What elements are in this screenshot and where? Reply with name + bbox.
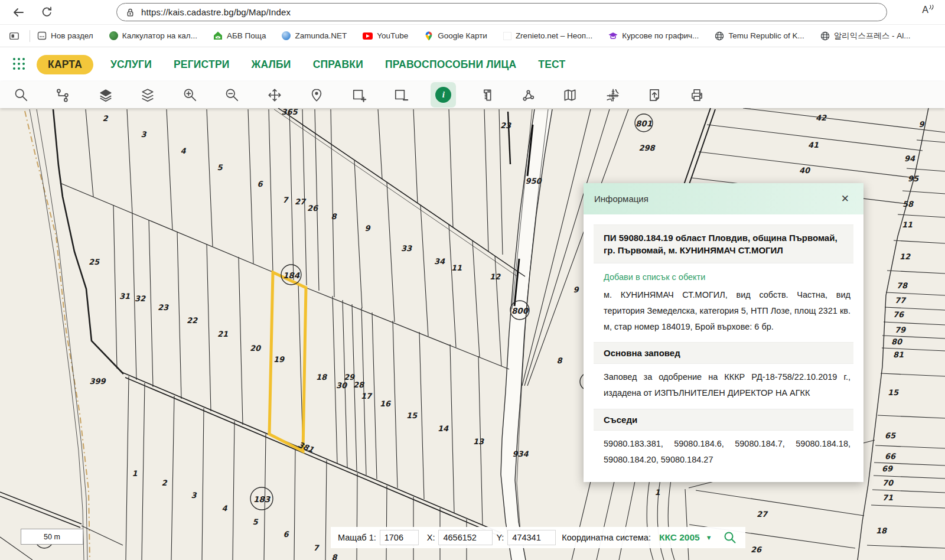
measure-distance-tool[interactable]: [465, 82, 507, 108]
zamunda-icon: [282, 31, 291, 40]
layers-base-tool[interactable]: [84, 82, 127, 108]
add-extent-tool[interactable]: [338, 82, 380, 108]
bookmark-google-maps[interactable]: Google Карти: [424, 31, 487, 41]
locate-tool[interactable]: [296, 82, 338, 108]
bookmark-new-tab[interactable]: Нов раздел: [37, 31, 93, 40]
nav-item-pravosposobni-litsa[interactable]: ПРАВОСПОСОБНИ ЛИЦА: [385, 58, 516, 71]
apple-icon: [109, 31, 118, 40]
chevron-down-icon[interactable]: ▼: [706, 534, 712, 541]
coordinate-search-icon[interactable]: [723, 530, 737, 545]
crs-label: Координатна система:: [562, 533, 651, 542]
youtube-icon: [363, 32, 373, 40]
svg-text:80: 80: [891, 337, 903, 346]
crs-select[interactable]: ККС 2005: [659, 532, 700, 543]
globe-icon: [715, 31, 724, 41]
lock-icon: [125, 7, 135, 18]
bookmark-abv[interactable]: АБВ Поща: [213, 31, 266, 40]
svg-text:4: 4: [180, 146, 186, 155]
svg-text:76: 76: [893, 310, 905, 319]
tab-group-icon[interactable]: [8, 31, 20, 41]
nav-item-uslugi[interactable]: УСЛУГИ: [110, 58, 152, 71]
svg-text:18: 18: [876, 526, 888, 535]
svg-text:33: 33: [401, 244, 412, 253]
svg-text:184: 184: [283, 271, 300, 280]
svg-text:42: 42: [816, 113, 827, 122]
info-panel-header: Информация ✕: [584, 183, 863, 214]
bookmark-youtube[interactable]: YouTube: [363, 31, 408, 40]
svg-text:27: 27: [757, 510, 768, 519]
svg-text:12: 12: [900, 252, 911, 261]
svg-text:934: 934: [512, 450, 529, 458]
svg-text:950: 950: [525, 177, 542, 185]
svg-text:399: 399: [89, 377, 106, 386]
bookmark-aliexpress[interactable]: 알리익스프레스 - Al...: [820, 31, 911, 41]
apps-grid-icon[interactable]: [13, 58, 26, 71]
x-input[interactable]: [438, 530, 493, 545]
svg-text:23: 23: [158, 303, 169, 312]
svg-text:4: 4: [221, 504, 227, 513]
blank-icon: [503, 32, 511, 40]
svg-text:13: 13: [473, 437, 484, 446]
svg-text:79: 79: [895, 325, 907, 334]
bookmark-zrenieto[interactable]: Zrenieto.net – Неоп...: [503, 31, 592, 40]
scale-label: Мащаб 1:: [338, 533, 376, 542]
bookmark-calculator[interactable]: Калкулатор на кал...: [109, 31, 197, 40]
svg-text:17: 17: [361, 392, 373, 401]
search-tool[interactable]: [0, 82, 43, 108]
bookmark-temu[interactable]: Temu Republic of K...: [715, 31, 804, 41]
remove-extent-tool[interactable]: [380, 82, 423, 108]
scale-bar: 50 m: [21, 529, 83, 545]
bookmark-zamunda[interactable]: Zamunda.NET: [282, 31, 347, 40]
browser-chrome: https://kais.cadastre.bg/bg/Map/Index A: [0, 0, 945, 25]
back-icon[interactable]: [8, 2, 28, 22]
svg-text:26: 26: [751, 545, 762, 554]
svg-text:12: 12: [490, 272, 501, 281]
select-features-tool[interactable]: [43, 82, 85, 108]
read-aloud-icon[interactable]: A: [922, 5, 934, 15]
svg-text:3: 3: [191, 491, 197, 500]
bookmarks-bar: Нов раздел Калкулатор на кал... АБВ Поща…: [0, 25, 945, 47]
identify-tool[interactable]: i: [422, 82, 465, 108]
svg-text:365: 365: [281, 108, 298, 116]
zoom-out-tool[interactable]: [211, 82, 254, 108]
svg-text:31: 31: [119, 292, 130, 301]
svg-text:22: 22: [187, 316, 198, 325]
nav-item-karta[interactable]: КАРТА: [37, 55, 93, 74]
svg-text:298: 298: [638, 144, 656, 152]
close-icon[interactable]: ✕: [838, 193, 853, 204]
url-bar[interactable]: https://kais.cadastre.bg/bg/Map/Index: [116, 3, 887, 21]
zoom-in-tool[interactable]: [169, 82, 211, 108]
svg-text:70: 70: [882, 478, 894, 487]
svg-text:28: 28: [353, 380, 365, 389]
svg-text:11: 11: [451, 263, 462, 272]
status-bar: Мащаб 1: X: Y: Координатна система: ККС …: [331, 527, 745, 548]
scale-input[interactable]: [380, 530, 419, 545]
add-to-list-link[interactable]: Добави в списък с обекти: [604, 272, 853, 282]
nav-item-spravki[interactable]: СПРАВКИ: [313, 58, 363, 71]
refresh-icon[interactable]: [37, 2, 57, 22]
kais-cadastre-app: https://kais.cadastre.bg/bg/Map/Index A …: [0, 0, 945, 560]
svg-text:5: 5: [217, 163, 223, 172]
svg-text:21: 21: [217, 330, 228, 338]
svg-text:2: 2: [161, 478, 167, 487]
layers-tool[interactable]: [127, 82, 170, 108]
print-tool[interactable]: [676, 82, 718, 108]
bookmark-courses[interactable]: Курсове по графич...: [608, 31, 699, 40]
export-tool[interactable]: [634, 82, 676, 108]
coordinates-tool[interactable]: [591, 82, 634, 108]
panel-title: Информация: [594, 194, 649, 204]
nav-item-zhalbi[interactable]: ЖАЛБИ: [252, 58, 291, 71]
map-toolbar: i: [0, 82, 945, 108]
svg-text:81: 81: [893, 350, 904, 359]
pan-tool[interactable]: [253, 82, 296, 108]
svg-text:11: 11: [902, 220, 913, 229]
svg-text:15: 15: [888, 388, 899, 397]
y-input[interactable]: [507, 530, 556, 545]
x-label: X:: [427, 533, 435, 542]
nav-item-test[interactable]: ТЕСТ: [538, 58, 565, 71]
measure-area-tool[interactable]: [507, 82, 549, 108]
map-sheets-tool[interactable]: [549, 82, 592, 108]
nav-item-registri[interactable]: РЕГИСТРИ: [174, 58, 230, 71]
info-panel: Информация ✕ ПИ 59080.184.19 област Плов…: [584, 183, 863, 482]
svg-text:14: 14: [438, 424, 449, 433]
